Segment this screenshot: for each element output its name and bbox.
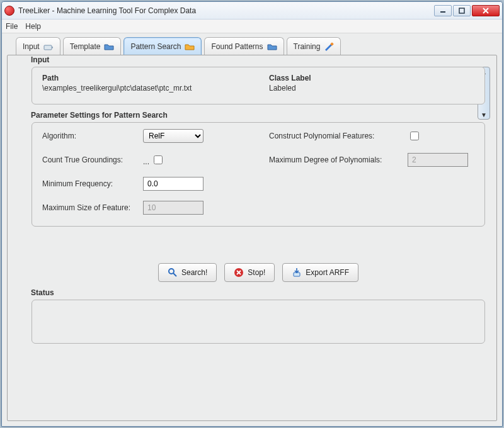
content-area: Input Template Pattern Search Found Patt… (2, 33, 502, 426)
button-row: Search! Stop! Export ARFF (32, 263, 485, 282)
training-icon (324, 42, 334, 51)
search-button-label: Search! (181, 268, 207, 277)
maxdeg-field (408, 153, 468, 167)
maximize-icon (459, 8, 465, 14)
tab-training[interactable]: Training (287, 37, 341, 55)
maxdeg-label: Maximum Degree of Polynomials: (269, 155, 408, 164)
folder-icon (267, 42, 277, 51)
export-button[interactable]: Export ARFF (282, 263, 358, 282)
tab-strip: Input Template Pattern Search Found Patt… (16, 37, 497, 55)
menu-file[interactable]: File (6, 22, 18, 31)
input-icon (43, 42, 54, 51)
params-section: Parameter Settings for Pattern Search Al… (32, 122, 485, 227)
svg-line-7 (173, 273, 176, 276)
path-value: \examples_treelikergui\ptc\dataset\ptc_m… (42, 84, 269, 93)
status-legend: Status (31, 288, 54, 297)
minimize-button[interactable] (434, 5, 452, 16)
algorithm-select[interactable]: RelF (143, 129, 203, 143)
poly-label: Construct Polynomial Features: (269, 132, 408, 140)
input-legend: Input (31, 55, 49, 64)
export-icon (292, 268, 302, 278)
stop-button-label: Stop! (248, 268, 265, 277)
tab-training-label: Training (294, 42, 321, 51)
svg-rect-4 (44, 45, 52, 50)
tab-pattern-search[interactable]: Pattern Search (123, 37, 202, 55)
tab-found-patterns[interactable]: Found Patterns (204, 37, 284, 55)
minimize-icon (440, 8, 446, 13)
algorithm-label: Algorithm: (42, 132, 143, 140)
export-button-label: Export ARFF (306, 268, 349, 277)
close-button[interactable] (472, 5, 500, 16)
count-label: Count True Groundings: (42, 155, 143, 164)
app-icon (4, 6, 14, 16)
minfreq-label: Minimum Frequency: (42, 179, 143, 188)
folder-icon (104, 42, 114, 51)
search-icon (168, 268, 178, 278)
input-section: Input Path Class Label \examples_treelik… (32, 67, 485, 104)
svg-rect-1 (459, 8, 464, 13)
main-panel: ▲ ▼ Input Path Class Label \examples_tre… (7, 55, 497, 421)
folder-search-icon (185, 42, 195, 51)
poly-checkbox[interactable] (410, 132, 419, 140)
menubar: File Help (2, 20, 502, 33)
tab-template[interactable]: Template (63, 37, 122, 55)
tab-found-patterns-label: Found Patterns (211, 42, 263, 51)
titlebar: TreeLiker - Machine Learning Tool For Co… (2, 2, 502, 20)
tab-pattern-search-label: Pattern Search (130, 42, 181, 51)
search-button[interactable]: Search! (158, 263, 217, 282)
minfreq-field[interactable] (143, 177, 203, 191)
maximize-button[interactable] (453, 5, 471, 16)
scroll-down-arrow[interactable]: ▼ (478, 110, 490, 119)
svg-point-6 (169, 269, 174, 274)
stop-icon (234, 268, 244, 278)
window-controls (434, 5, 500, 16)
count-ellipsis: ... (143, 157, 149, 166)
tab-input[interactable]: Input (16, 37, 60, 55)
maxsize-label: Maximum Size of Feature: (42, 203, 143, 212)
window-title: TreeLiker - Machine Learning Tool For Co… (18, 6, 434, 15)
tab-input-label: Input (23, 42, 40, 51)
path-header: Path (42, 74, 269, 82)
app-window: TreeLiker - Machine Learning Tool For Co… (1, 1, 503, 427)
stop-button[interactable]: Stop! (224, 263, 275, 282)
menu-help[interactable]: Help (25, 22, 41, 31)
maxsize-field (143, 201, 203, 215)
tab-template-label: Template (70, 42, 101, 51)
close-icon (482, 8, 490, 14)
count-checkbox[interactable] (154, 155, 163, 164)
class-header: Class Label (269, 74, 474, 82)
params-legend: Parameter Settings for Pattern Search (31, 111, 168, 120)
status-section: Status (32, 300, 485, 344)
class-value: Labeled (269, 84, 474, 93)
